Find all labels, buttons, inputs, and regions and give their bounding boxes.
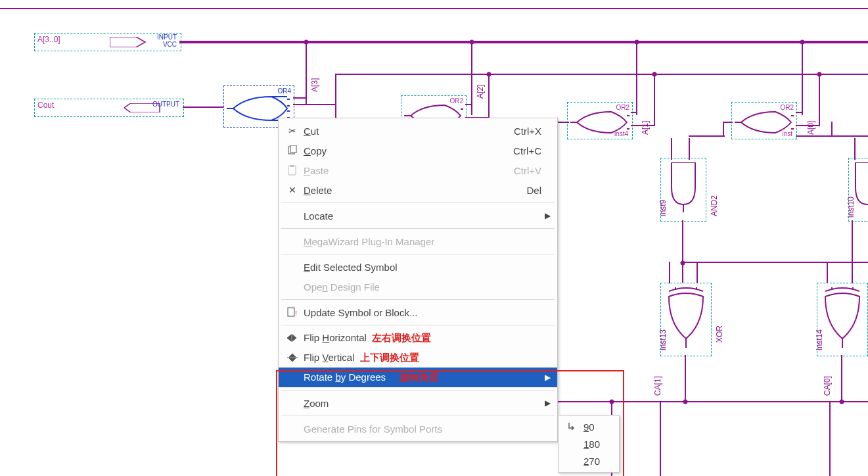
rotate-90[interactable]: 90 xyxy=(559,418,619,435)
wire[interactable] xyxy=(682,262,868,263)
gate-and2-edge[interactable]: inst10 xyxy=(848,158,868,222)
net-label-a3: A[3] xyxy=(310,78,319,92)
wire-a1-v[interactable] xyxy=(636,41,637,115)
wire[interactable] xyxy=(293,104,336,105)
gate-xor-a[interactable]: inst13 XOR xyxy=(660,283,712,356)
node xyxy=(610,400,614,404)
wire[interactable] xyxy=(819,102,820,126)
wire[interactable] xyxy=(829,401,831,476)
wire[interactable] xyxy=(852,262,853,283)
port-label: Cout xyxy=(37,101,54,110)
gate-inst-label: inst xyxy=(782,130,792,137)
ctx-update-symbol[interactable]: ! Update Symbol or Block... xyxy=(279,302,557,322)
ctx-flip-horizontal[interactable]: Flip Horizontal左右调换位置 xyxy=(279,328,557,348)
svg-rect-24 xyxy=(290,145,296,153)
wire-branch-v3[interactable] xyxy=(654,74,655,103)
node xyxy=(840,400,844,404)
ctx-edit-symbol[interactable]: Edit Selected Symbol xyxy=(279,257,557,277)
ctx-generate-pins: Generate Pins for Symbol Ports xyxy=(279,419,557,439)
ctx-rotate[interactable]: Rotate by Degrees 旋转角度 ▶ xyxy=(279,368,557,387)
wire[interactable] xyxy=(660,401,661,476)
wire[interactable] xyxy=(827,262,828,283)
wire[interactable] xyxy=(796,135,833,137)
wire[interactable] xyxy=(465,104,472,105)
wire[interactable] xyxy=(631,125,654,126)
gate-and2[interactable]: inst9 AND2 xyxy=(660,158,706,222)
ctx-label: Update Symbol or Block... xyxy=(300,307,535,318)
ctx-flip-vertical[interactable]: Flip Vertical上下调换位置 xyxy=(279,348,557,368)
gate-inst-label: inst9 xyxy=(658,200,668,216)
wire[interactable] xyxy=(669,262,670,283)
wire[interactable] xyxy=(852,220,853,263)
wire[interactable] xyxy=(654,102,655,126)
wire[interactable] xyxy=(796,112,802,113)
net-label-a0: A[0] xyxy=(806,121,815,135)
wire[interactable] xyxy=(689,135,725,137)
ctx-zoom[interactable]: Zoom ▶ xyxy=(279,393,557,413)
input-pin-icon xyxy=(110,37,147,47)
schematic-canvas[interactable]: A[3] A[2] A[1] A[0] OR4 inst OR2 xyxy=(0,0,868,476)
xor-gate-icon xyxy=(666,287,706,350)
wire[interactable] xyxy=(293,97,306,99)
ctx-label: Design File xyxy=(328,281,380,293)
wire[interactable] xyxy=(685,355,686,401)
wire-a3-v[interactable] xyxy=(306,41,307,105)
ctx-shortcut: Del xyxy=(526,185,541,196)
gate-or2-b[interactable]: OR2 inst4 xyxy=(567,102,633,139)
ctx-cut[interactable]: ✂ Cut Ctrl+X xyxy=(279,121,557,141)
gate-xor-b[interactable]: inst14 XOR xyxy=(817,283,868,356)
wire[interactable] xyxy=(557,122,569,123)
wire[interactable] xyxy=(831,135,868,137)
ctx-label: Locate xyxy=(300,210,535,222)
node xyxy=(652,72,657,77)
ctx-copy[interactable]: Copy Ctrl+C xyxy=(279,141,557,160)
and-gate-icon xyxy=(666,162,700,214)
gate-or2-c[interactable]: OR2 inst xyxy=(731,102,797,139)
wire[interactable] xyxy=(796,125,819,126)
wire-branch-v2[interactable] xyxy=(488,74,490,103)
rotate-180[interactable]: 180 xyxy=(559,435,619,452)
wire[interactable] xyxy=(831,122,833,137)
wire[interactable] xyxy=(854,138,856,160)
ctx-label: opy xyxy=(311,145,327,156)
ctx-label: dit Selected Symbol xyxy=(310,262,398,273)
wire[interactable] xyxy=(697,262,698,283)
gate-inst-label: inst14 xyxy=(815,329,824,350)
wire-h-branch[interactable] xyxy=(335,74,868,75)
separator xyxy=(281,228,555,229)
port-input-bus[interactable]: A[3..0] INPUT VCC xyxy=(34,33,181,51)
output-pin-icon xyxy=(124,103,161,112)
bus-wire[interactable] xyxy=(179,41,868,43)
wire[interactable] xyxy=(723,122,724,137)
wire-or4-out[interactable] xyxy=(183,107,223,108)
ctx-delete[interactable]: ✕ Delete Del xyxy=(279,180,557,200)
submenu-arrow-icon: ▶ xyxy=(545,211,551,220)
wire[interactable] xyxy=(631,112,637,113)
port-output-cout[interactable]: Cout OUTPUT xyxy=(34,99,184,117)
wire-a0-v[interactable] xyxy=(802,41,803,115)
flip-v-icon xyxy=(285,353,300,362)
wire[interactable] xyxy=(671,138,672,160)
ctx-shortcut: Ctrl+V xyxy=(514,165,541,176)
port-type-label: INPUT xyxy=(157,34,177,41)
ctx-label: oom xyxy=(309,398,329,409)
submenu-arrow-icon: ▶ xyxy=(545,398,551,408)
wire[interactable] xyxy=(488,102,490,118)
flip-h-icon xyxy=(285,333,300,343)
ctx-label: elete xyxy=(311,185,332,196)
paste-icon xyxy=(285,165,300,176)
wire[interactable] xyxy=(689,138,690,160)
node xyxy=(470,40,474,45)
wire-branch-v4[interactable] xyxy=(819,74,820,103)
svg-rect-26 xyxy=(290,165,294,167)
wire[interactable] xyxy=(841,355,842,401)
wire[interactable] xyxy=(682,220,683,283)
node xyxy=(635,40,639,45)
rotate-270[interactable]: 270 xyxy=(559,452,619,469)
gate-inst-label: inst13 xyxy=(658,329,668,350)
ctx-megawizard: MegaWizard Plug-In Manager xyxy=(279,231,557,251)
net-label-a2: A[2] xyxy=(476,85,485,99)
net-label-a1: A[1] xyxy=(641,121,650,135)
wire[interactable] xyxy=(723,122,733,123)
ctx-locate[interactable]: Locate ▶ xyxy=(279,206,557,226)
